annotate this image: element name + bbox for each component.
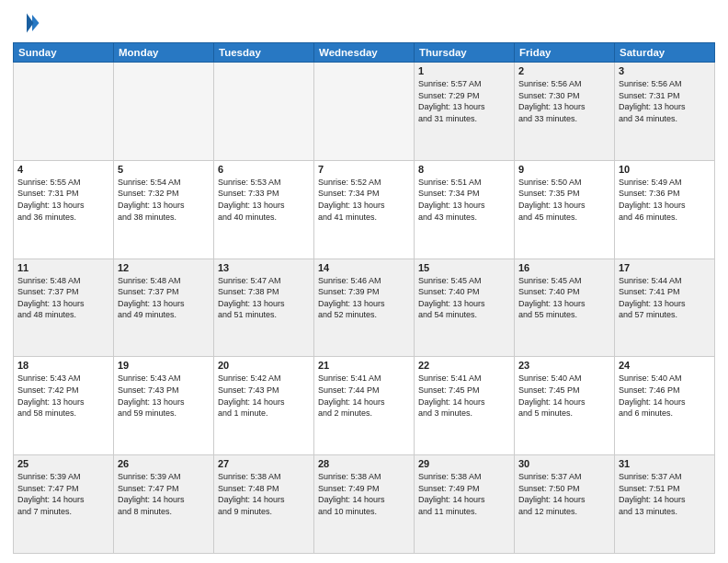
calendar-cell: 2Sunrise: 5:56 AM Sunset: 7:30 PM Daylig… [515, 63, 615, 161]
calendar-cell: 13Sunrise: 5:47 AM Sunset: 7:38 PM Dayli… [214, 259, 314, 357]
day-number: 28 [318, 458, 410, 469]
calendar-cell: 21Sunrise: 5:41 AM Sunset: 7:44 PM Dayli… [314, 357, 415, 455]
logo-icon [13, 9, 40, 37]
calendar-week-row: 1Sunrise: 5:57 AM Sunset: 7:29 PM Daylig… [14, 63, 715, 161]
day-number: 5 [118, 164, 210, 175]
calendar-cell: 6Sunrise: 5:53 AM Sunset: 7:33 PM Daylig… [214, 160, 314, 259]
cell-info: Sunrise: 5:40 AM Sunset: 7:45 PM Dayligh… [518, 373, 610, 419]
cell-info: Sunrise: 5:38 AM Sunset: 7:49 PM Dayligh… [418, 471, 510, 517]
calendar-cell: 23Sunrise: 5:40 AM Sunset: 7:45 PM Dayli… [515, 357, 615, 455]
calendar-header-wednesday: Wednesday [314, 43, 415, 63]
calendar-cell: 10Sunrise: 5:49 AM Sunset: 7:36 PM Dayli… [615, 160, 715, 259]
day-number: 20 [218, 360, 310, 371]
cell-info: Sunrise: 5:39 AM Sunset: 7:47 PM Dayligh… [118, 471, 210, 517]
day-number: 3 [619, 65, 711, 76]
calendar-cell: 9Sunrise: 5:50 AM Sunset: 7:35 PM Daylig… [515, 160, 615, 259]
calendar-week-row: 4Sunrise: 5:55 AM Sunset: 7:31 PM Daylig… [14, 160, 715, 259]
day-number: 24 [619, 360, 711, 371]
day-number: 30 [518, 458, 610, 469]
calendar-header-thursday: Thursday [415, 43, 515, 63]
calendar-header-row: SundayMondayTuesdayWednesdayThursdayFrid… [14, 43, 715, 63]
calendar-week-row: 11Sunrise: 5:48 AM Sunset: 7:37 PM Dayli… [14, 259, 715, 357]
cell-info: Sunrise: 5:41 AM Sunset: 7:45 PM Dayligh… [418, 373, 510, 419]
day-number: 14 [318, 262, 410, 273]
day-number: 26 [118, 458, 210, 469]
calendar-cell: 24Sunrise: 5:40 AM Sunset: 7:46 PM Dayli… [615, 357, 715, 455]
day-number: 27 [218, 458, 310, 469]
cell-info: Sunrise: 5:43 AM Sunset: 7:43 PM Dayligh… [118, 373, 210, 419]
calendar-cell: 1Sunrise: 5:57 AM Sunset: 7:29 PM Daylig… [415, 63, 515, 161]
day-number: 1 [418, 65, 510, 76]
cell-info: Sunrise: 5:38 AM Sunset: 7:49 PM Dayligh… [318, 471, 410, 517]
day-number: 16 [518, 262, 610, 273]
cell-info: Sunrise: 5:37 AM Sunset: 7:51 PM Dayligh… [619, 471, 711, 517]
cell-info: Sunrise: 5:38 AM Sunset: 7:48 PM Dayligh… [218, 471, 310, 517]
calendar-cell [114, 63, 214, 161]
day-number: 10 [619, 164, 711, 175]
cell-info: Sunrise: 5:44 AM Sunset: 7:41 PM Dayligh… [619, 275, 711, 321]
calendar-cell [214, 63, 314, 161]
calendar-week-row: 25Sunrise: 5:39 AM Sunset: 7:47 PM Dayli… [14, 455, 715, 554]
day-number: 18 [17, 360, 109, 371]
day-number: 29 [418, 458, 510, 469]
calendar-cell: 7Sunrise: 5:52 AM Sunset: 7:34 PM Daylig… [314, 160, 415, 259]
calendar-cell: 3Sunrise: 5:56 AM Sunset: 7:31 PM Daylig… [615, 63, 715, 161]
calendar-cell: 17Sunrise: 5:44 AM Sunset: 7:41 PM Dayli… [615, 259, 715, 357]
day-number: 7 [318, 164, 410, 175]
day-number: 8 [418, 164, 510, 175]
calendar-cell: 22Sunrise: 5:41 AM Sunset: 7:45 PM Dayli… [415, 357, 515, 455]
calendar-cell: 4Sunrise: 5:55 AM Sunset: 7:31 PM Daylig… [14, 160, 114, 259]
day-number: 17 [619, 262, 711, 273]
calendar-cell: 31Sunrise: 5:37 AM Sunset: 7:51 PM Dayli… [615, 455, 715, 554]
cell-info: Sunrise: 5:47 AM Sunset: 7:38 PM Dayligh… [218, 275, 310, 321]
cell-info: Sunrise: 5:40 AM Sunset: 7:46 PM Dayligh… [619, 373, 711, 419]
cell-info: Sunrise: 5:57 AM Sunset: 7:29 PM Dayligh… [418, 78, 510, 124]
day-number: 11 [17, 262, 109, 273]
cell-info: Sunrise: 5:55 AM Sunset: 7:31 PM Dayligh… [17, 177, 109, 223]
cell-info: Sunrise: 5:50 AM Sunset: 7:35 PM Dayligh… [518, 177, 610, 223]
cell-info: Sunrise: 5:52 AM Sunset: 7:34 PM Dayligh… [318, 177, 410, 223]
header [13, 9, 715, 37]
calendar-week-row: 18Sunrise: 5:43 AM Sunset: 7:42 PM Dayli… [14, 357, 715, 455]
cell-info: Sunrise: 5:39 AM Sunset: 7:47 PM Dayligh… [17, 471, 109, 517]
cell-info: Sunrise: 5:48 AM Sunset: 7:37 PM Dayligh… [17, 275, 109, 321]
cell-info: Sunrise: 5:56 AM Sunset: 7:30 PM Dayligh… [518, 78, 610, 124]
calendar-cell: 8Sunrise: 5:51 AM Sunset: 7:34 PM Daylig… [415, 160, 515, 259]
day-number: 6 [218, 164, 310, 175]
cell-info: Sunrise: 5:48 AM Sunset: 7:37 PM Dayligh… [118, 275, 210, 321]
cell-info: Sunrise: 5:37 AM Sunset: 7:50 PM Dayligh… [518, 471, 610, 517]
calendar-cell: 12Sunrise: 5:48 AM Sunset: 7:37 PM Dayli… [114, 259, 214, 357]
day-number: 12 [118, 262, 210, 273]
cell-info: Sunrise: 5:43 AM Sunset: 7:42 PM Dayligh… [17, 373, 109, 419]
calendar-cell: 25Sunrise: 5:39 AM Sunset: 7:47 PM Dayli… [14, 455, 114, 554]
logo [13, 9, 44, 37]
calendar-cell [14, 63, 114, 161]
day-number: 13 [218, 262, 310, 273]
cell-info: Sunrise: 5:45 AM Sunset: 7:40 PM Dayligh… [518, 275, 610, 321]
cell-info: Sunrise: 5:46 AM Sunset: 7:39 PM Dayligh… [318, 275, 410, 321]
cell-info: Sunrise: 5:54 AM Sunset: 7:32 PM Dayligh… [118, 177, 210, 223]
cell-info: Sunrise: 5:53 AM Sunset: 7:33 PM Dayligh… [218, 177, 310, 223]
day-number: 4 [17, 164, 109, 175]
calendar-header-sunday: Sunday [14, 43, 114, 63]
calendar-header-monday: Monday [114, 43, 214, 63]
calendar-header-saturday: Saturday [615, 43, 715, 63]
cell-info: Sunrise: 5:45 AM Sunset: 7:40 PM Dayligh… [418, 275, 510, 321]
calendar-table: SundayMondayTuesdayWednesdayThursdayFrid… [13, 42, 715, 554]
calendar-cell: 29Sunrise: 5:38 AM Sunset: 7:49 PM Dayli… [415, 455, 515, 554]
calendar-cell: 19Sunrise: 5:43 AM Sunset: 7:43 PM Dayli… [114, 357, 214, 455]
day-number: 31 [619, 458, 711, 469]
cell-info: Sunrise: 5:41 AM Sunset: 7:44 PM Dayligh… [318, 373, 410, 419]
calendar-cell: 15Sunrise: 5:45 AM Sunset: 7:40 PM Dayli… [415, 259, 515, 357]
calendar-cell: 14Sunrise: 5:46 AM Sunset: 7:39 PM Dayli… [314, 259, 415, 357]
day-number: 19 [118, 360, 210, 371]
cell-info: Sunrise: 5:49 AM Sunset: 7:36 PM Dayligh… [619, 177, 711, 223]
page: SundayMondayTuesdayWednesdayThursdayFrid… [0, 0, 728, 563]
day-number: 9 [518, 164, 610, 175]
day-number: 15 [418, 262, 510, 273]
day-number: 21 [318, 360, 410, 371]
cell-info: Sunrise: 5:51 AM Sunset: 7:34 PM Dayligh… [418, 177, 510, 223]
calendar-cell: 5Sunrise: 5:54 AM Sunset: 7:32 PM Daylig… [114, 160, 214, 259]
calendar-cell: 11Sunrise: 5:48 AM Sunset: 7:37 PM Dayli… [14, 259, 114, 357]
calendar-cell: 26Sunrise: 5:39 AM Sunset: 7:47 PM Dayli… [114, 455, 214, 554]
